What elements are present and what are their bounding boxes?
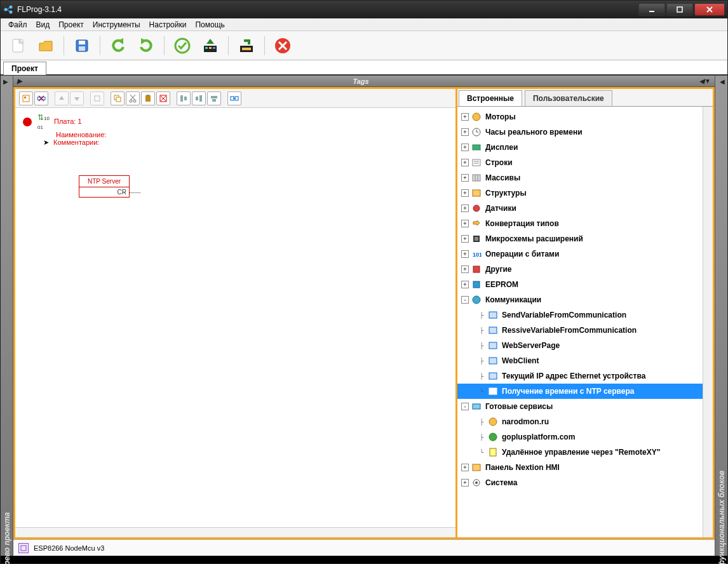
- expander-icon[interactable]: +: [461, 479, 469, 487]
- ct-align-1[interactable]: [177, 91, 191, 105]
- close-button[interactable]: [694, 3, 725, 16]
- verify-button[interactable]: [170, 34, 194, 57]
- tree-child-12-0[interactable]: ├SendVariableFromCommunication: [457, 307, 703, 323]
- upload-button[interactable]: [198, 34, 222, 57]
- right-collapsed-sidebar[interactable]: ◀ Библиотека функциональных блоков: [715, 76, 727, 556]
- stop-button[interactable]: [271, 34, 295, 57]
- save-button[interactable]: [70, 34, 94, 57]
- tree-node-3[interactable]: +Строки: [457, 155, 703, 170]
- tab-user[interactable]: Пользовательские: [525, 90, 612, 106]
- canvas[interactable]: ⇅1001 Плата: 1 Наименование: ➤ Комментар…: [15, 108, 455, 527]
- library-tree[interactable]: +Моторы+Часы реального времени+Дисплеи+С…: [457, 107, 703, 537]
- ct-align-2[interactable]: [192, 91, 206, 105]
- menu-file[interactable]: Файл: [4, 19, 31, 30]
- tree-node-5[interactable]: +Структуры: [457, 185, 703, 201]
- menu-view[interactable]: Вид: [32, 19, 54, 30]
- expander-icon[interactable]: +: [461, 250, 469, 258]
- vertical-scrollbar[interactable]: [703, 107, 713, 537]
- svg-rect-29: [24, 97, 26, 98]
- ct-move-up[interactable]: [55, 91, 69, 105]
- ct-btn-2[interactable]: [34, 91, 48, 105]
- tree-child-12-1[interactable]: ├RessiveVariableFromCommunication: [457, 323, 703, 338]
- tree-line: ├: [478, 326, 485, 334]
- ct-cut[interactable]: [126, 91, 140, 105]
- tree-node-12[interactable]: -Коммуникации: [457, 292, 703, 307]
- ct-link[interactable]: [227, 91, 241, 105]
- tree-node-10[interactable]: +Другие: [457, 262, 703, 277]
- export-button[interactable]: [234, 34, 259, 57]
- svg-rect-23: [242, 48, 251, 50]
- tree-node-0[interactable]: +Моторы: [457, 109, 703, 124]
- minimize-button[interactable]: [638, 3, 665, 16]
- item-icon: [488, 371, 498, 381]
- tree-node-7[interactable]: +Конвертация типов: [457, 216, 703, 231]
- ct-align-3[interactable]: [207, 91, 221, 105]
- left-collapsed-sidebar[interactable]: ▶ Дерево проекта: [1, 76, 13, 556]
- expander-icon[interactable]: +: [461, 235, 469, 243]
- tree-child-13-2[interactable]: └Удалённое управление через "RemoteXY": [457, 445, 703, 460]
- tree-node-2[interactable]: +Дисплеи: [457, 140, 703, 155]
- tree-node-14[interactable]: +Панель Nextion HMI: [457, 460, 703, 475]
- canvas-toolbar: [15, 89, 455, 108]
- ct-copy[interactable]: [111, 91, 125, 105]
- tree-child-13-1[interactable]: ├goplusplatform.com: [457, 429, 703, 445]
- tree-label: Панель Nextion HMI: [485, 463, 560, 472]
- expander-icon[interactable]: +: [461, 220, 469, 227]
- menu-project[interactable]: Проект: [55, 19, 88, 30]
- tree-node-4[interactable]: +Массивы: [457, 170, 703, 185]
- tree-label: Часы реального времени: [485, 128, 583, 137]
- item-icon: [488, 340, 498, 351]
- board-line1: Плата: 1: [54, 117, 81, 125]
- menu-settings[interactable]: Настройки: [145, 19, 191, 30]
- tree-node-8[interactable]: +Микросхемы расширений: [457, 231, 703, 246]
- undo-button[interactable]: [106, 34, 130, 57]
- ct-btn-1[interactable]: [19, 91, 33, 105]
- tree-child-12-5[interactable]: └Получение времени с NTP сервера: [457, 384, 703, 399]
- svg-rect-46: [184, 97, 187, 100]
- tree-node-6[interactable]: +Датчики: [457, 201, 703, 216]
- tree-child-12-2[interactable]: ├WebServerPage: [457, 338, 703, 353]
- tree-node-9[interactable]: +101Операции с битами: [457, 246, 703, 262]
- expander-icon[interactable]: +: [461, 113, 469, 121]
- tree-child-12-4[interactable]: ├Текущий IP адрес Ethernet устройства: [457, 368, 703, 384]
- mid-inner: ⇅1001 Плата: 1 Наименование: ➤ Комментар…: [13, 87, 715, 539]
- tree-label: Готовые сервисы: [485, 402, 553, 411]
- redo-button[interactable]: [134, 34, 158, 57]
- ct-move-down[interactable]: [70, 91, 84, 105]
- expander-icon[interactable]: -: [461, 403, 469, 410]
- tree-node-15[interactable]: +Система: [457, 475, 703, 490]
- expander-icon[interactable]: +: [461, 159, 469, 166]
- expander-icon[interactable]: +: [461, 205, 469, 212]
- tree-node-13[interactable]: -Готовые сервисы: [457, 399, 703, 414]
- maximize-button[interactable]: [666, 3, 693, 16]
- canvas-panel: ⇅1001 Плата: 1 Наименование: ➤ Комментар…: [13, 87, 455, 539]
- new-file-button[interactable]: [6, 34, 30, 57]
- svg-rect-71: [473, 281, 480, 288]
- menu-tools[interactable]: Инструменты: [89, 19, 144, 30]
- expander-icon[interactable]: +: [461, 128, 469, 136]
- titlebar: FLProg-3.1.4: [1, 1, 727, 18]
- tree-node-11[interactable]: +EEPROM: [457, 277, 703, 292]
- ntp-block[interactable]: NTP Server CR: [79, 175, 130, 198]
- ct-copy-sheet[interactable]: [90, 91, 104, 105]
- expander-icon[interactable]: +: [461, 464, 469, 471]
- app-window: FLProg-3.1.4 Файл Вид Проект Инструменты…: [0, 0, 728, 564]
- expander-icon[interactable]: +: [461, 281, 469, 288]
- tree-node-1[interactable]: +Часы реального времени: [457, 124, 703, 140]
- horizontal-scrollbar[interactable]: [15, 527, 455, 537]
- tree-child-13-0[interactable]: ├narodmon.ru: [457, 414, 703, 429]
- expander-icon[interactable]: +: [461, 174, 469, 182]
- expander-icon[interactable]: +: [461, 144, 469, 151]
- ct-paste[interactable]: [141, 91, 155, 105]
- convert-icon: [471, 218, 482, 229]
- tags-bar[interactable]: ▶ Tags ◀▼: [13, 76, 715, 87]
- project-tab[interactable]: Проект: [3, 62, 46, 75]
- expander-icon[interactable]: +: [461, 265, 469, 273]
- menu-help[interactable]: Помощь: [191, 19, 228, 30]
- tree-child-12-3[interactable]: ├WebClient: [457, 353, 703, 368]
- open-file-button[interactable]: [34, 34, 58, 57]
- expander-icon[interactable]: -: [461, 296, 469, 304]
- ct-delete[interactable]: [156, 91, 170, 105]
- expander-icon[interactable]: +: [461, 189, 469, 197]
- tab-builtin[interactable]: Встроенные: [459, 90, 522, 106]
